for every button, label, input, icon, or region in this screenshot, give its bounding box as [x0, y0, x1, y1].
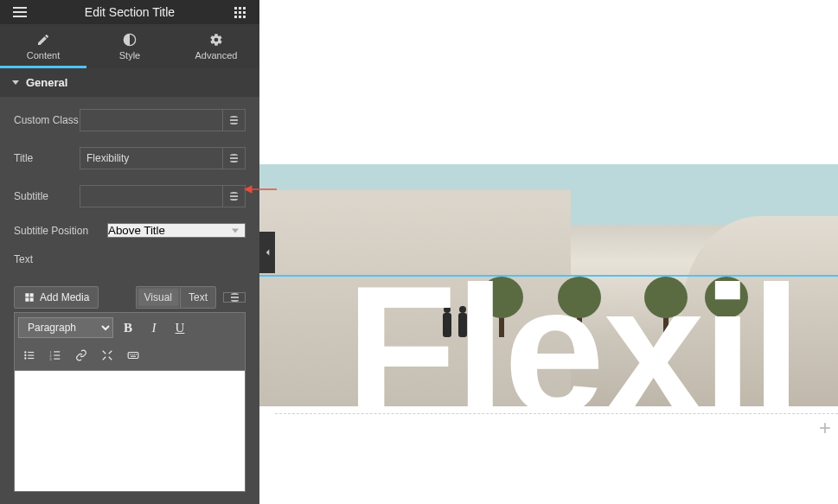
tab-content[interactable]: Content: [0, 24, 86, 68]
database-icon: [231, 293, 239, 302]
svg-rect-4: [28, 352, 34, 353]
tab-advanced[interactable]: Advanced: [173, 24, 259, 68]
subtitle-input[interactable]: [80, 185, 223, 207]
fullscreen-button[interactable]: [96, 344, 118, 367]
caret-down-icon: [12, 80, 19, 85]
dynamic-button[interactable]: [223, 109, 246, 131]
format-select[interactable]: Paragraph: [18, 317, 113, 338]
svg-rect-14: [130, 354, 131, 354]
italic-button[interactable]: I: [143, 316, 165, 339]
label-subtitle: Subtitle: [14, 190, 80, 202]
link-icon: [75, 349, 87, 361]
svg-text:3: 3: [50, 357, 52, 361]
pencil-icon: [36, 33, 50, 47]
svg-rect-6: [28, 358, 34, 359]
label-subtitle-position: Subtitle Position: [14, 225, 107, 237]
svg-rect-5: [28, 354, 34, 355]
list-ol-icon: 123: [49, 349, 61, 361]
dynamic-button[interactable]: [223, 292, 246, 303]
hero-section[interactable]: Flexil: [259, 164, 838, 406]
database-icon: [230, 116, 238, 124]
svg-rect-15: [131, 354, 132, 354]
form-general: Custom Class Title Subtitle: [0, 97, 259, 504]
menu-icon[interactable]: [10, 3, 29, 22]
label-title: Title: [14, 152, 80, 164]
svg-point-2: [24, 354, 26, 356]
list-ul-icon: [23, 349, 35, 361]
editor-tab-text[interactable]: Text: [180, 286, 216, 309]
add-media-button[interactable]: Add Media: [14, 286, 99, 309]
section-general[interactable]: General: [0, 68, 259, 97]
underline-button[interactable]: U: [169, 316, 191, 339]
subtitle-position-select[interactable]: Above Title: [107, 223, 246, 238]
chevron-left-icon: [264, 248, 272, 257]
expand-icon: [101, 349, 113, 361]
svg-rect-11: [54, 354, 60, 355]
database-icon: [230, 192, 238, 201]
keyboard-icon: [127, 349, 139, 361]
svg-rect-12: [54, 359, 60, 360]
settings-tabs: Content Style Advanced: [0, 24, 259, 68]
editor-sidebar: Edit Section Title Content Style Advance…: [0, 0, 259, 504]
gear-icon: [209, 33, 223, 47]
custom-class-input[interactable]: [80, 109, 223, 131]
svg-point-3: [24, 357, 26, 359]
media-icon: [23, 291, 35, 303]
svg-rect-10: [54, 351, 60, 352]
editor-tab-visual[interactable]: Visual: [136, 286, 180, 309]
bold-button[interactable]: B: [117, 316, 139, 339]
toolbar-toggle-button[interactable]: [122, 344, 144, 367]
apps-icon[interactable]: [230, 3, 249, 22]
plus-icon[interactable]: +: [819, 418, 831, 438]
bullet-list-button[interactable]: [18, 344, 41, 367]
text-editor[interactable]: [14, 371, 246, 492]
label-text: Text: [14, 253, 246, 265]
sidebar-header: Edit Section Title: [0, 0, 259, 24]
link-button[interactable]: [70, 344, 93, 367]
label-custom-class: Custom Class: [14, 114, 80, 126]
contrast-icon: [123, 33, 137, 47]
hero-title: Flexil: [346, 259, 800, 406]
title-input[interactable]: [80, 147, 223, 169]
svg-rect-18: [131, 356, 136, 357]
panel-title: Edit Section Title: [85, 5, 175, 19]
add-section-area[interactable]: +: [275, 413, 838, 437]
database-icon: [230, 154, 238, 163]
dynamic-button[interactable]: [223, 147, 246, 169]
dynamic-button[interactable]: [223, 185, 246, 207]
svg-rect-17: [136, 354, 137, 354]
preview-canvas[interactable]: Flexil +: [259, 0, 838, 504]
svg-rect-16: [134, 354, 135, 354]
collapse-panel-button[interactable]: [259, 232, 275, 273]
editor-toolbar: Paragraph B I U 123: [14, 312, 246, 371]
number-list-button[interactable]: 123: [44, 344, 67, 367]
svg-point-1: [24, 351, 26, 353]
svg-rect-13: [128, 353, 138, 359]
tab-style[interactable]: Style: [86, 24, 173, 68]
